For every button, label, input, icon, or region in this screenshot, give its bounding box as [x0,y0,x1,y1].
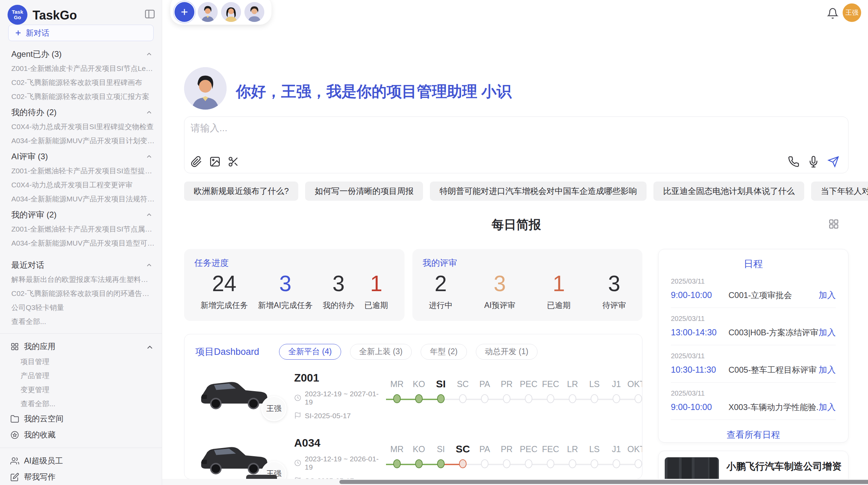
recent-view-all[interactable]: 查看全部... [0,314,162,328]
new-session-button[interactable] [174,2,194,22]
app-item-project-mgmt[interactable]: 项目管理 [0,355,162,369]
app-item-product-mgmt[interactable]: 产品管理 [0,369,162,383]
schedule-title: 日程 [671,258,836,271]
divider [671,308,836,308]
join-link[interactable]: 加入 [819,327,836,338]
cloud-space-label: 我的云空间 [24,413,153,424]
suggestion-chip[interactable]: 如何写一份清晰的项目周报 [305,182,423,201]
recent-chat-item[interactable]: 解释最新出台的欧盟报废车法规再生塑料比例被调至15%... [0,272,162,286]
clock-icon [294,394,301,401]
section-agent-done: Agent已办 (3) [0,47,162,61]
event-date: 2025/03/11 [671,389,836,397]
milestone-dot [591,459,598,468]
filter-powertrain[interactable]: 动总开发 (1) [476,344,538,360]
scissors-icon[interactable] [228,156,239,167]
project-owner-badge: 王强 [261,396,287,421]
apps-view-all[interactable]: 查看全部... [0,397,162,411]
suggestion-chip[interactable]: 欧洲新规最近颁布了什么? [184,182,298,201]
sidebar-item[interactable]: C0X4-动力总成开发项目工程变更评审 [0,178,162,192]
attachment-icon[interactable] [191,156,202,167]
image-icon[interactable] [209,156,221,167]
suggestion-chip[interactable]: 特朗普可能对进口汽车增税会对中国车企造成哪些影响 [430,182,647,201]
sidebar-item[interactable]: A034-全新新能源MUV产品开发项目法规符合性评审 [0,192,162,206]
clock-icon [294,459,301,467]
event-name: C001-立项审批会 [728,290,819,301]
milestone-dot-done [415,394,423,403]
project-dates: 2023-12-19 ~ 2026-01-19 [294,455,380,471]
sidebar: Task Go TaskGo 新对话 Agent已办 (3) Z001-全新燃油… [0,0,162,485]
section-title: 我的评审 (2) [11,209,57,220]
section-title: AI评审 (3) [11,151,48,162]
chevron-up-icon[interactable] [145,50,153,58]
horizontal-scrollbar-thumb[interactable] [339,480,868,484]
project-row-z001[interactable]: 王强 Z001 2023-12-19 ~ 2027-01-19 SI-2025-… [184,370,642,421]
schedule-card: 日程 2025/03/11 9:00-10:00 C001-立项审批会 加入 2… [658,249,848,443]
horizontal-scrollbar-track [162,479,868,485]
app-grid-icon [10,342,19,351]
sidebar-item-my-apps[interactable]: 我的应用 [0,338,162,355]
sidebar-item-help-write[interactable]: 帮我写作 [0,469,162,485]
chevron-up-icon[interactable] [145,109,153,116]
milestone-dot-done [415,459,423,468]
session-avatar-3[interactable] [244,2,264,22]
join-link[interactable]: 加入 [819,401,836,413]
assistant-avatar [184,67,227,110]
join-link[interactable]: 加入 [819,364,836,375]
my-review-card: 我的评审 2 进行中 3 AI预评审 1 已逾期 3 待评审 [412,249,642,321]
milestone-dot-current [437,394,445,403]
milestone-dot [635,394,642,403]
input-tools-left [191,156,239,167]
new-chat-button[interactable]: 新对话 [8,25,154,41]
project-row-a034[interactable]: 王强 A034 2023-12-19 ~ 2026-01-19 SC-2025-… [184,435,642,479]
filter-new-body[interactable]: 全新上装 (3) [350,344,412,360]
filter-all-platform[interactable]: 全新平台 (4) [279,344,341,360]
sidebar-item[interactable]: Z001-全新燃油轻卡产品开发项目SI造型提交物评审 [0,164,162,178]
milestone-dot [459,394,467,403]
phone-icon[interactable] [788,156,799,167]
chevron-up-icon[interactable] [145,153,153,160]
sidebar-item-ai-employee[interactable]: AI超级员工 [0,453,162,469]
chevron-up-icon[interactable] [145,343,153,350]
microphone-icon[interactable] [808,156,819,167]
milestone-dot [503,394,510,403]
app-title: TaskGo [33,8,77,23]
new-chat-label: 新对话 [26,28,49,38]
milestone-dot [569,459,576,468]
sidebar-item-cloud-space[interactable]: 我的云空间 [0,411,162,427]
milestone-dot-done [393,394,401,403]
view-all-schedule-link[interactable]: 查看所有日程 [671,429,836,441]
session-avatar-2[interactable] [221,2,241,22]
notifications-bell-icon[interactable] [827,8,839,19]
sidebar-item[interactable]: C02-飞腾新能源轻客改款项目立项汇报方案 [0,89,162,103]
sidebar-collapse-icon[interactable] [144,8,156,20]
project-image: 王强 [195,373,282,418]
send-icon[interactable] [828,156,839,167]
app-item-change-mgmt[interactable]: 变更管理 [0,383,162,397]
suggestion-chip[interactable]: 当下年轻人对汽车外观有怎样的喜好趋势 [811,182,868,201]
milestone-dot [635,459,642,468]
sidebar-item[interactable]: A034-全新新能源MUV产品开发项目造型可行性评审 [0,236,162,250]
divider [671,420,836,420]
sidebar-item-favorites[interactable]: 我的收藏 [0,427,162,443]
session-avatar-1[interactable] [198,2,218,22]
sidebar-item[interactable]: Z001-全新燃油轻卡产品开发项目SI节点属性5D文件评审 [0,222,162,236]
filter-year-model[interactable]: 年型 (2) [421,344,467,360]
event-name: X003-车辆动力学性能验... [728,402,819,413]
sidebar-item[interactable]: C02-飞腾新能源轻客改款项目里程碑画布 [0,75,162,89]
chat-input[interactable] [191,122,842,146]
sidebar-item[interactable]: Z001-全新燃油皮卡产品开发项目SI节点Lesson Learn报告 [0,61,162,75]
milestone-track: MR KO SI SC PA PR PEC FEC LR LS J1 OKTB [386,442,642,479]
chevron-up-icon[interactable] [145,211,153,219]
layout-grid-icon[interactable] [828,219,839,229]
chevron-up-icon[interactable] [145,261,153,269]
stat-pending-review: 3 待评审 [602,270,626,311]
event-name: C003|H0B-方案冻结评审 [728,327,819,338]
sidebar-item[interactable]: A034-全新新能源MUV产品开发项目计划变更表编写 [0,134,162,148]
recent-chat-item[interactable]: 公司Q3轻卡销量 [0,300,162,314]
recent-chat-item[interactable]: C02-飞腾新能源轻客改款项目的闭环通告反馈情况 [0,286,162,300]
join-link[interactable]: 加入 [819,289,836,301]
suggestion-chip[interactable]: 比亚迪全固态电池计划具体说了什么 [653,182,804,201]
logo-line1: Task [12,9,23,15]
sidebar-item[interactable]: C0X4-动力总成开发项目SI里程碑提交物检查 [0,120,162,134]
user-avatar[interactable]: 王强 [843,3,861,22]
